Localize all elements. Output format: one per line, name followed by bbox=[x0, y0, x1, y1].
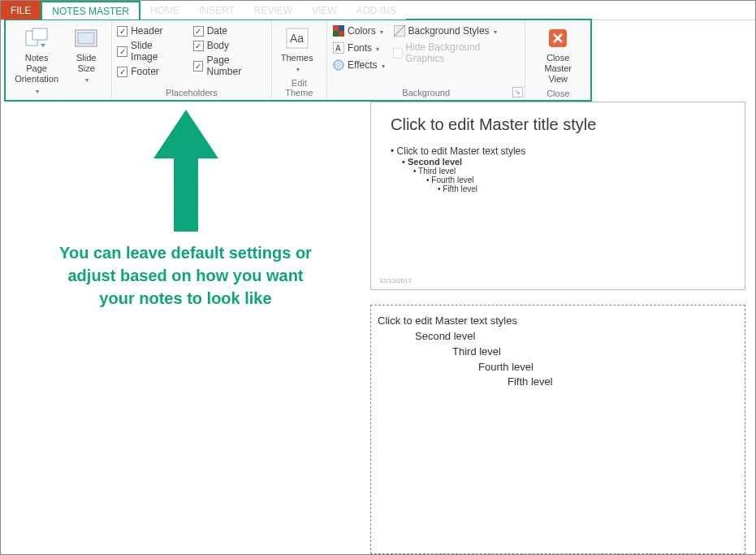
svg-rect-3 bbox=[78, 33, 94, 44]
check-icon bbox=[193, 41, 204, 51]
dialog-launcher-icon[interactable]: ↘ bbox=[512, 87, 523, 98]
slide-size-label: Slide Size bbox=[76, 53, 96, 74]
tab-home[interactable]: HOME bbox=[140, 1, 189, 20]
date-placeholder[interactable]: 12/13/2017 bbox=[379, 277, 412, 284]
group-label-background: Background bbox=[332, 86, 520, 100]
tab-addins[interactable]: ADD-INS bbox=[347, 1, 406, 20]
notes-page-orientation-label: Notes Page Orientation bbox=[14, 53, 59, 85]
group-label-close: Close bbox=[530, 87, 585, 101]
check-icon bbox=[117, 26, 127, 37]
close-master-view-label: Close Master View bbox=[534, 53, 582, 85]
group-edit-theme: Aa Themes Edit Theme bbox=[272, 20, 327, 100]
svg-rect-9 bbox=[339, 31, 344, 37]
checkbox-body[interactable]: Body bbox=[193, 40, 266, 51]
svg-rect-8 bbox=[333, 31, 339, 37]
effects-button[interactable]: Effects bbox=[332, 58, 384, 72]
tab-row: FILE NOTES MASTER HOME INSERT REVIEW VIE… bbox=[1, 1, 755, 20]
checkbox-header-label: Header bbox=[131, 25, 162, 37]
colors-button[interactable]: Colors bbox=[332, 24, 384, 38]
check-icon bbox=[117, 46, 127, 57]
themes-icon: Aa bbox=[284, 25, 310, 51]
master-title-placeholder[interactable]: Click to edit Master title style bbox=[391, 115, 725, 134]
slide-size-icon bbox=[73, 25, 99, 51]
close-master-view-button[interactable]: Close Master View bbox=[530, 24, 585, 87]
checkbox-footer[interactable]: Footer bbox=[117, 66, 181, 77]
svg-text:Aa: Aa bbox=[290, 32, 304, 45]
checkbox-date-label: Date bbox=[207, 25, 227, 37]
bullet-level-3: Third level bbox=[418, 167, 456, 176]
background-styles-button[interactable]: Background Styles bbox=[393, 24, 521, 38]
tab-insert[interactable]: INSERT bbox=[189, 1, 244, 20]
annotation-arrow-icon bbox=[153, 110, 218, 232]
bullet-level-2: Second level bbox=[408, 157, 462, 167]
checkbox-footer-label: Footer bbox=[131, 66, 159, 77]
dropdown-icon bbox=[84, 74, 89, 85]
notes-text-placeholder[interactable]: Click to edit Master text styles Second … bbox=[370, 305, 745, 554]
background-styles-label: Background Styles bbox=[408, 25, 490, 37]
workspace: You can leave default settings or adjust… bbox=[1, 102, 755, 554]
dropdown-icon bbox=[34, 85, 39, 96]
fonts-button[interactable]: A Fonts bbox=[332, 41, 384, 55]
master-body-placeholder[interactable]: • Click to edit Master text styles • Sec… bbox=[391, 145, 725, 193]
background-styles-icon bbox=[393, 24, 406, 37]
effects-label: Effects bbox=[348, 59, 377, 71]
annotation-pane: You can leave default settings or adjust… bbox=[1, 102, 370, 554]
notes-page-orientation-button[interactable]: Notes Page Orientation bbox=[11, 24, 63, 98]
checkbox-page-number[interactable]: Page Number bbox=[193, 54, 266, 77]
tab-view[interactable]: VIEW bbox=[302, 1, 347, 20]
bullet-level-5: Fifth level bbox=[443, 184, 477, 193]
svg-point-12 bbox=[334, 60, 343, 70]
svg-rect-6 bbox=[333, 25, 339, 31]
checkbox-slide-image[interactable]: Slide Image bbox=[117, 40, 181, 63]
check-icon bbox=[393, 48, 404, 59]
effects-icon bbox=[332, 59, 345, 72]
checkbox-header[interactable]: Header bbox=[117, 25, 181, 37]
svg-marker-15 bbox=[153, 110, 218, 232]
notes-level-4: Fourth level bbox=[378, 360, 738, 375]
colors-label: Colors bbox=[348, 25, 376, 37]
check-icon bbox=[117, 67, 127, 77]
themes-button[interactable]: Aa Themes bbox=[277, 24, 318, 76]
checkbox-slide-image-label: Slide Image bbox=[131, 40, 182, 63]
group-label-placeholders: Placeholders bbox=[117, 86, 266, 100]
svg-rect-1 bbox=[32, 28, 47, 40]
notes-level-2: Second level bbox=[378, 329, 738, 345]
notes-master-preview: Click to edit Master title style • Click… bbox=[370, 102, 755, 554]
hide-background-graphics-label: Hide Background Graphics bbox=[405, 41, 520, 64]
group-placeholders: Header Slide Image Footer Date Body Page… bbox=[112, 20, 271, 100]
group-close: Close Master View Close bbox=[525, 20, 590, 100]
tab-notes-master[interactable]: NOTES MASTER bbox=[41, 1, 140, 20]
bullet-level-1: Click to edit Master text styles bbox=[397, 145, 526, 157]
bullet-level-4: Fourth level bbox=[431, 176, 473, 184]
check-icon bbox=[193, 61, 204, 72]
slide-master-thumbnail[interactable]: Click to edit Master title style • Click… bbox=[370, 102, 745, 290]
group-page-setup: Notes Page Orientation Slide Size Page S… bbox=[6, 20, 112, 100]
orientation-icon bbox=[24, 25, 50, 51]
fonts-icon: A bbox=[332, 41, 345, 54]
svg-rect-7 bbox=[339, 25, 344, 31]
ribbon-highlight-box: Notes Page Orientation Slide Size Page S… bbox=[4, 19, 592, 102]
group-background: Colors A Fonts Effects Background Styles bbox=[327, 20, 525, 100]
notes-level-1: Click to edit Master text styles bbox=[378, 314, 738, 329]
notes-level-5: Fifth level bbox=[378, 375, 738, 390]
tab-file[interactable]: FILE bbox=[1, 1, 41, 20]
hide-background-graphics-checkbox: Hide Background Graphics bbox=[393, 41, 521, 65]
annotation-text: You can leave default settings or adjust… bbox=[1, 241, 370, 310]
themes-label: Themes bbox=[281, 53, 313, 63]
ribbon: Notes Page Orientation Slide Size Page S… bbox=[6, 20, 590, 100]
slide-size-button[interactable]: Slide Size bbox=[66, 24, 106, 87]
dropdown-icon bbox=[295, 63, 300, 74]
colors-icon bbox=[332, 24, 345, 37]
group-label-edit-theme: Edit Theme bbox=[277, 76, 322, 100]
check-icon bbox=[193, 26, 204, 37]
fonts-label: Fonts bbox=[348, 42, 372, 54]
checkbox-date[interactable]: Date bbox=[193, 25, 266, 37]
svg-text:A: A bbox=[335, 44, 341, 53]
checkbox-page-number-label: Page Number bbox=[206, 54, 266, 77]
tab-review[interactable]: REVIEW bbox=[244, 1, 302, 20]
close-icon bbox=[545, 25, 571, 51]
notes-level-3: Third level bbox=[378, 345, 738, 360]
checkbox-body-label: Body bbox=[207, 40, 229, 51]
